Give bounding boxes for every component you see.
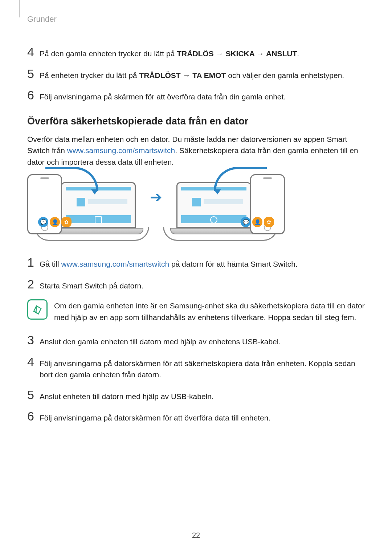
step-number: 5 <box>27 389 40 401</box>
step-text: Starta Smart Switch på datorn. <box>40 278 365 292</box>
step-item: 4Följ anvisningarna på datorskärmen för … <box>27 356 365 381</box>
diagram-left-group: 💬👤✿ <box>27 174 138 242</box>
section-title: Överföra säkerhetskopierade data från en… <box>27 116 365 127</box>
step-item: 5På enheten trycker du lätt på TRÅDLÖST … <box>27 67 365 81</box>
step-text: Anslut enheten till datorn med hjälp av … <box>40 389 365 402</box>
step-item: 3Anslut den gamla enheten till datorn me… <box>27 334 365 348</box>
step-text: Anslut den gamla enheten till datorn med… <box>40 334 365 348</box>
step-number: 4 <box>27 356 40 368</box>
second-steps-list-a: 1Gå till www.samsung.com/smartswitch på … <box>27 256 365 291</box>
page-number: 22 <box>0 531 392 539</box>
page-body: Grunder 4På den gamla enheten trycker du… <box>0 0 392 424</box>
transfer-diagram: 💬👤✿ ➔ 💬👤✿ <box>27 174 365 242</box>
step-number: 4 <box>27 46 40 58</box>
step-text: På den gamla enheten trycker du lätt på … <box>40 46 365 59</box>
step-item: 1Gå till www.samsung.com/smartswitch på … <box>27 256 365 270</box>
step-text: Följ anvisningarna på datorskärmen för a… <box>40 410 365 424</box>
inline-link[interactable]: www.samsung.com/smartswitch <box>61 260 170 268</box>
step-number: 6 <box>27 410 40 422</box>
smartswitch-link[interactable]: www.samsung.com/smartswitch <box>67 146 175 155</box>
note-icon <box>27 299 48 320</box>
step-number: 3 <box>27 334 40 346</box>
step-text: Följ anvisningarna på datorskärmen för a… <box>40 356 365 381</box>
step-item: 4På den gamla enheten trycker du lätt på… <box>27 46 365 59</box>
note-block: Om den gamla enheten inte är en Samsung-… <box>27 299 365 323</box>
step-number: 1 <box>27 256 40 268</box>
step-item: 5Anslut enheten till datorn med hjälp av… <box>27 389 365 402</box>
step-number: 5 <box>27 67 40 80</box>
step-item: 6Följ anvisningarna på skärmen för att ö… <box>27 89 365 103</box>
media-icons: 💬👤✿ <box>241 217 274 227</box>
second-steps-list-b: 3Anslut den gamla enheten till datorn me… <box>27 334 365 424</box>
step-number: 6 <box>27 89 40 101</box>
diagram-right-group: 💬👤✿ <box>174 174 285 242</box>
step-number: 2 <box>27 278 40 290</box>
header-rule <box>19 0 20 17</box>
arrow-right-icon: ➔ <box>147 189 165 205</box>
step-text: Följ anvisningarna på skärmen för att öv… <box>40 89 365 103</box>
first-steps-list: 4På den gamla enheten trycker du lätt på… <box>27 46 365 103</box>
step-text: Gå till www.samsung.com/smartswitch på d… <box>40 256 365 270</box>
step-text: På enheten trycker du lätt på TRÅDLÖST →… <box>40 67 365 81</box>
step-item: 6Följ anvisningarna på datorskärmen för … <box>27 410 365 424</box>
section-label: Grunder <box>27 15 365 24</box>
note-text: Om den gamla enheten inte är en Samsung-… <box>54 299 365 323</box>
intro-paragraph: Överför data mellan enheten och en dator… <box>27 134 365 168</box>
media-icons: 💬👤✿ <box>38 217 72 227</box>
step-item: 2Starta Smart Switch på datorn. <box>27 278 365 292</box>
